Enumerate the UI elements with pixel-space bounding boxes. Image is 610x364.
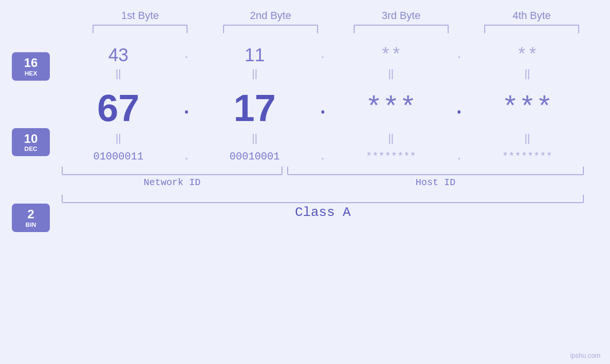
- dec-b2: 17: [202, 86, 307, 130]
- bracket-byte1: [93, 25, 188, 33]
- dec-label: DEC: [18, 145, 44, 152]
- dec-b4: ***: [475, 92, 580, 124]
- bin-dot3: .: [452, 151, 466, 163]
- hex-b4: **: [475, 45, 580, 65]
- network-id-label: Network ID: [62, 177, 282, 188]
- byte4-header: 4th Byte: [479, 9, 584, 22]
- host-bracket: [287, 167, 584, 175]
- equals-row-1: || || || ||: [62, 67, 584, 80]
- dec-b1: 67: [66, 86, 170, 130]
- eq2-b1: ||: [66, 132, 170, 144]
- watermark: ipshu.com: [570, 352, 601, 359]
- class-label: Class A: [62, 205, 584, 220]
- dec-dot2: .: [316, 98, 330, 119]
- hex-dot3: .: [452, 49, 466, 61]
- eq1-b2: ||: [202, 67, 307, 80]
- hex-label: HEX: [18, 70, 44, 77]
- byte1-header: 1st Byte: [88, 9, 192, 22]
- bin-b4: ********: [475, 151, 580, 163]
- bin-b3: ********: [339, 151, 443, 163]
- hex-badge: 16 HEX: [12, 52, 50, 81]
- bin-badge: 2 BIN: [12, 204, 50, 232]
- bin-number: 2: [18, 207, 44, 221]
- hex-b2: 11: [202, 45, 307, 65]
- bin-label: BIN: [18, 221, 44, 228]
- bracket-byte4: [484, 25, 579, 33]
- eq1-b1: ||: [66, 67, 170, 80]
- id-brackets: [62, 167, 584, 175]
- dec-value-row: 67 . 17 . *** . ***: [62, 86, 584, 130]
- dec-b3: ***: [339, 92, 443, 124]
- dec-badge: 10 DEC: [12, 128, 50, 157]
- eq2-b4: ||: [475, 132, 580, 144]
- equals-row-2: || || || ||: [62, 132, 584, 144]
- network-bracket: [62, 167, 282, 175]
- class-bracket: [62, 195, 584, 203]
- bin-b1: 01000011: [66, 151, 170, 163]
- dec-dot3: .: [452, 98, 466, 119]
- bin-dot1: .: [179, 151, 194, 163]
- main-container: 1st Byte 2nd Byte 3rd Byte 4th Byte 16 H…: [0, 0, 610, 364]
- hex-b1: 43: [66, 45, 170, 65]
- hex-value-row: 43 . 11 . ** . **: [62, 45, 584, 65]
- top-brackets: [75, 25, 597, 33]
- bin-value-row: 01000011 . 00010001 . ******** .: [62, 151, 584, 163]
- host-id-label: Host ID: [287, 177, 584, 188]
- hex-b3: **: [339, 45, 443, 65]
- eq2-b3: ||: [339, 132, 443, 144]
- bin-dot2: .: [316, 151, 330, 163]
- eq1-b4: ||: [475, 67, 580, 80]
- base-labels-col: 16 HEX 10 DEC 2 BIN: [0, 38, 62, 232]
- eq1-b3: ||: [339, 67, 443, 80]
- eq2-b2: ||: [202, 132, 307, 144]
- hex-dot2: .: [316, 49, 330, 61]
- bottom-brackets-area: Network ID Host ID Class A: [62, 167, 610, 220]
- byte3-header: 3rd Byte: [349, 9, 453, 22]
- hex-number: 16: [18, 56, 44, 70]
- bin-b2: 00010001: [202, 151, 307, 163]
- byte2-header: 2nd Byte: [218, 9, 323, 22]
- bracket-byte3: [354, 25, 449, 33]
- dec-dot1: .: [179, 98, 194, 119]
- dec-number: 10: [18, 132, 44, 146]
- byte-headers: 1st Byte 2nd Byte 3rd Byte 4th Byte: [75, 9, 597, 22]
- bracket-byte2: [223, 25, 318, 33]
- id-labels: Network ID Host ID: [62, 177, 584, 188]
- hex-dot1: .: [179, 49, 194, 61]
